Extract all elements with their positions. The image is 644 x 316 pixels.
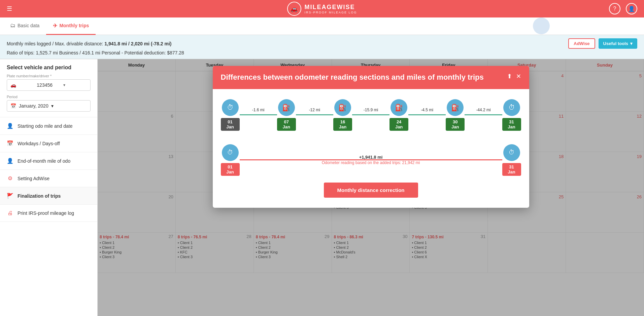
minimize-icon[interactable]: ⬆ <box>507 73 512 80</box>
clock-icon-red-start: ⏱ <box>222 144 239 161</box>
print-icon: 🖨 <box>7 210 13 216</box>
useful-tools-label: Useful tools <box>603 41 628 46</box>
top-navigation: ☰ 🚗 MILEAGEWISE IRS-PROOF MILEAGE LOG ? … <box>0 0 644 17</box>
sidebar-starting-odo-label: Starting odo mile and date <box>18 123 72 129</box>
calendar-area: Monday Tuesday Wednesday Thursday Friday… <box>98 59 644 316</box>
red-connector: +1,941.8 mi Odometer reading based on th… <box>240 159 502 160</box>
settings-icon: ⚙ <box>7 175 13 182</box>
main-layout: Select vehicle and period Plate number/m… <box>0 59 644 316</box>
header-line1: Monthly miles logged / Max. drivable dis… <box>7 41 171 46</box>
date-16jan: 16Jan <box>333 118 352 131</box>
tab-basic-data-label: Basic data <box>18 23 39 28</box>
connector-3: -15.9 mi <box>352 114 389 115</box>
sidebar-select-vehicle-title: Select vehicle and period <box>7 65 91 71</box>
header-line2-prefix: Ratio of trips: <box>7 50 36 55</box>
node-24jan: ⛽ 24Jan <box>389 99 408 131</box>
decor-circle <box>533 17 550 34</box>
modal-header: Differences between odometer reading sec… <box>213 66 529 89</box>
flag-icon: 🚩 <box>7 193 13 199</box>
fuel-icon-24: ⛽ <box>391 99 407 116</box>
sidebar-vehicle-section: Select vehicle and period Plate number/m… <box>0 59 97 117</box>
sidebar-setting-adwise-label: Setting AdWise <box>18 176 49 181</box>
header-line2: Ratio of trips: 1,525.7 mi Business / 41… <box>7 50 184 55</box>
clock-icon-start: ⏱ <box>222 99 239 116</box>
red-date-end: 31Jan <box>502 163 521 176</box>
plate-label: Plate number/make/driver * <box>7 74 91 78</box>
basic-data-icon: 🗂 <box>10 23 15 29</box>
monthly-trips-icon: ✈ <box>53 23 57 29</box>
node-07jan: ⛽ 07Jan <box>277 99 296 131</box>
fuel-icon-30: ⛽ <box>447 99 464 116</box>
adwise-button[interactable]: AdWise <box>568 38 595 49</box>
fuel-icon-07: ⛽ <box>278 99 295 116</box>
node-16jan: ⛽ 16Jan <box>333 99 352 131</box>
plate-value: 123456 <box>37 82 60 88</box>
diff-4: -4.5 mi <box>421 108 433 112</box>
calendar-icon: 📅 <box>10 103 16 109</box>
fuel-icon-16: ⛽ <box>334 99 351 116</box>
logo-area: 🚗 MILEAGEWISE IRS-PROOF MILEAGE LOG <box>287 2 357 16</box>
red-node-end: ⏱ 31Jan <box>502 144 521 176</box>
header-bar: Monthly miles logged / Max. drivable dis… <box>0 35 644 59</box>
useful-tools-button[interactable]: Useful tools ▾ <box>599 38 637 49</box>
diff-5: -44.2 mi <box>476 108 490 112</box>
sidebar-item-print[interactable]: 🖨 Print IRS-proof mileage log <box>0 205 97 222</box>
clock-icon-end: ⏱ <box>503 99 520 116</box>
diff-1: -1.6 mi <box>252 108 265 112</box>
red-total: +1,941.8 mi <box>359 155 383 160</box>
monthly-distance-correction-button[interactable]: Monthly distance correction <box>324 183 418 198</box>
sidebar-item-workdays[interactable]: 📅 Workdays / Days-off <box>0 135 97 152</box>
sidebar-item-starting-odo[interactable]: 👤 Starting odo mile and date <box>0 117 97 135</box>
sidebar-item-finalization[interactable]: 🚩 Finalization of trips <box>0 187 97 205</box>
logo-icon: 🚗 <box>287 2 301 16</box>
nav-left: ☰ <box>7 5 12 12</box>
sidebar-item-end-of-month[interactable]: 👤 End-of-month mile of odo <box>0 152 97 170</box>
diff-2: -12 mi <box>309 108 320 112</box>
clock-icon-red-end: ⏱ <box>503 144 520 161</box>
plate-icon: 🚗 <box>10 82 34 88</box>
red-sub: Odometer reading based on the added trip… <box>322 160 420 165</box>
diff-3: -15.9 mi <box>364 108 378 112</box>
connector-4: -4.5 mi <box>408 114 446 115</box>
red-timeline: ⏱ 01Jan +1,941.8 mi Odometer reading bas… <box>221 144 521 176</box>
hamburger-icon[interactable]: ☰ <box>7 5 12 12</box>
person-icon: 👤 <box>7 123 13 129</box>
app-subtitle: IRS-PROOF MILEAGE LOG <box>304 11 357 14</box>
connector-5: -44.2 mi <box>465 114 502 115</box>
green-timeline: ⏱ 01Jan -1.6 mi ⛽ 07Jan <box>221 99 521 131</box>
header-line1-prefix: Monthly miles logged / Max. drivable dis… <box>7 41 104 46</box>
modal-header-actions: ⬆ ✕ <box>507 73 521 80</box>
help-icon[interactable]: ? <box>609 3 620 14</box>
nav-right: ? 👤 <box>609 3 637 14</box>
sidebar-workdays-label: Workdays / Days-off <box>18 141 60 146</box>
chevron-down-icon: ▾ <box>51 103 54 109</box>
sidebar-end-of-month-label: End-of-month mile of odo <box>18 158 70 164</box>
date-07jan: 07Jan <box>277 118 296 131</box>
user-icon[interactable]: 👤 <box>626 3 637 14</box>
tab-monthly-trips-label: Monthly trips <box>59 23 89 28</box>
date-01jan: 01Jan <box>221 118 240 131</box>
period-selector[interactable]: 📅 January, 2020 ▾ <box>7 100 91 112</box>
header-buttons: AdWise Useful tools ▾ <box>568 38 637 49</box>
sidebar-finalization-label: Finalization of trips <box>18 193 61 199</box>
period-label: Period <box>7 95 91 99</box>
red-node-start: ⏱ 01Jan <box>221 144 240 176</box>
node-30jan: ⛽ 30Jan <box>446 99 465 131</box>
node-31jan: ⏱ 31Jan <box>502 99 521 131</box>
modal-body: ⏱ 01Jan -1.6 mi ⛽ 07Jan <box>213 89 529 208</box>
modal-overlay: Differences between odometer reading sec… <box>98 59 644 316</box>
tab-basic-data[interactable]: 🗂 Basic data <box>3 17 46 35</box>
connector-1: -1.6 mi <box>240 114 277 115</box>
date-31jan: 31Jan <box>502 118 521 131</box>
plate-selector[interactable]: 🚗 123456 ▾ <box>7 79 91 91</box>
odometer-modal: Differences between odometer reading sec… <box>213 66 529 208</box>
app-title: MILEAGEWISE <box>304 4 357 11</box>
chevron-down-icon: ▾ <box>63 83 87 87</box>
date-30jan: 30Jan <box>446 118 465 131</box>
modal-title: Differences between odometer reading sec… <box>221 73 502 82</box>
chevron-down-icon: ▾ <box>630 41 633 46</box>
sidebar-item-setting-adwise[interactable]: ⚙ Setting AdWise <box>0 170 97 187</box>
header-line2-value: 1,525.7 mi Business / 416.1 mi Personal … <box>36 50 184 55</box>
tab-monthly-trips[interactable]: ✈ Monthly trips <box>46 17 96 35</box>
close-icon[interactable]: ✕ <box>516 73 521 80</box>
